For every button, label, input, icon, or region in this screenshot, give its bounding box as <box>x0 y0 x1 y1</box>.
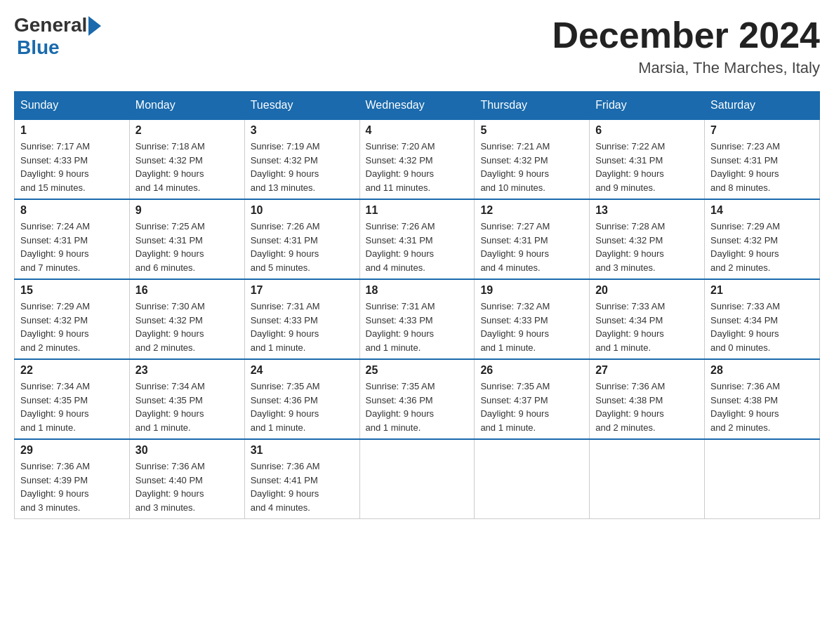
day-info: Sunrise: 7:36 AM Sunset: 4:38 PM Dayligh… <box>595 380 699 434</box>
day-info: Sunrise: 7:31 AM Sunset: 4:33 PM Dayligh… <box>251 300 354 354</box>
day-number: 5 <box>480 124 583 137</box>
day-number: 12 <box>480 204 583 217</box>
day-number: 28 <box>710 364 814 377</box>
week-row-1: 1 Sunrise: 7:17 AM Sunset: 4:33 PM Dayli… <box>15 119 820 199</box>
day-number: 19 <box>480 284 583 297</box>
day-number: 3 <box>251 124 354 137</box>
day-info: Sunrise: 7:26 AM Sunset: 4:31 PM Dayligh… <box>366 220 469 274</box>
day-number: 23 <box>135 364 239 377</box>
calendar-cell <box>590 439 705 519</box>
day-info: Sunrise: 7:28 AM Sunset: 4:32 PM Dayligh… <box>595 220 699 274</box>
calendar-cell: 5 Sunrise: 7:21 AM Sunset: 4:32 PM Dayli… <box>475 119 590 199</box>
calendar-cell: 2 Sunrise: 7:18 AM Sunset: 4:32 PM Dayli… <box>129 119 244 199</box>
day-number: 10 <box>251 204 354 217</box>
calendar-cell: 15 Sunrise: 7:29 AM Sunset: 4:32 PM Dayl… <box>15 279 130 359</box>
day-info: Sunrise: 7:35 AM Sunset: 4:36 PM Dayligh… <box>366 380 469 434</box>
week-row-2: 8 Sunrise: 7:24 AM Sunset: 4:31 PM Dayli… <box>15 199 820 279</box>
calendar-cell: 23 Sunrise: 7:34 AM Sunset: 4:35 PM Dayl… <box>129 359 244 439</box>
day-number: 18 <box>366 284 469 297</box>
day-number: 6 <box>595 124 699 137</box>
day-info: Sunrise: 7:29 AM Sunset: 4:32 PM Dayligh… <box>20 300 124 354</box>
calendar-cell: 18 Sunrise: 7:31 AM Sunset: 4:33 PM Dayl… <box>359 279 475 359</box>
calendar-cell <box>475 439 590 519</box>
day-info: Sunrise: 7:24 AM Sunset: 4:31 PM Dayligh… <box>20 220 124 274</box>
title-block: December 2024 Marsia, The Marches, Italy <box>552 14 820 77</box>
day-number: 11 <box>366 204 469 217</box>
day-number: 8 <box>20 204 124 217</box>
day-info: Sunrise: 7:35 AM Sunset: 4:36 PM Dayligh… <box>251 380 354 434</box>
calendar-cell: 29 Sunrise: 7:36 AM Sunset: 4:39 PM Dayl… <box>15 439 130 519</box>
week-row-5: 29 Sunrise: 7:36 AM Sunset: 4:39 PM Dayl… <box>15 439 820 519</box>
calendar-cell: 20 Sunrise: 7:33 AM Sunset: 4:34 PM Dayl… <box>590 279 705 359</box>
day-number: 14 <box>710 204 814 217</box>
calendar-cell: 19 Sunrise: 7:32 AM Sunset: 4:33 PM Dayl… <box>475 279 590 359</box>
month-title: December 2024 <box>552 14 820 56</box>
header-friday: Friday <box>590 92 705 120</box>
header-saturday: Saturday <box>705 92 820 120</box>
day-number: 24 <box>251 364 354 377</box>
calendar-cell: 11 Sunrise: 7:26 AM Sunset: 4:31 PM Dayl… <box>359 199 475 279</box>
calendar-cell: 10 Sunrise: 7:26 AM Sunset: 4:31 PM Dayl… <box>244 199 359 279</box>
day-info: Sunrise: 7:34 AM Sunset: 4:35 PM Dayligh… <box>20 380 124 434</box>
calendar-cell: 3 Sunrise: 7:19 AM Sunset: 4:32 PM Dayli… <box>244 119 359 199</box>
calendar-cell <box>705 439 820 519</box>
calendar-cell: 1 Sunrise: 7:17 AM Sunset: 4:33 PM Dayli… <box>15 119 130 199</box>
day-info: Sunrise: 7:26 AM Sunset: 4:31 PM Dayligh… <box>251 220 354 274</box>
calendar-table: Sunday Monday Tuesday Wednesday Thursday… <box>14 91 820 519</box>
day-info: Sunrise: 7:21 AM Sunset: 4:32 PM Dayligh… <box>480 140 583 194</box>
calendar-cell: 28 Sunrise: 7:36 AM Sunset: 4:38 PM Dayl… <box>705 359 820 439</box>
location-title: Marsia, The Marches, Italy <box>552 59 820 77</box>
calendar-cell: 12 Sunrise: 7:27 AM Sunset: 4:31 PM Dayl… <box>475 199 590 279</box>
day-number: 13 <box>595 204 699 217</box>
calendar-cell: 4 Sunrise: 7:20 AM Sunset: 4:32 PM Dayli… <box>359 119 475 199</box>
day-info: Sunrise: 7:23 AM Sunset: 4:31 PM Dayligh… <box>710 140 814 194</box>
day-number: 31 <box>251 444 354 457</box>
day-info: Sunrise: 7:25 AM Sunset: 4:31 PM Dayligh… <box>135 220 239 274</box>
header-sunday: Sunday <box>15 92 130 120</box>
day-info: Sunrise: 7:19 AM Sunset: 4:32 PM Dayligh… <box>251 140 354 194</box>
header-monday: Monday <box>129 92 244 120</box>
calendar-header-row: Sunday Monday Tuesday Wednesday Thursday… <box>15 92 820 120</box>
header-wednesday: Wednesday <box>359 92 475 120</box>
day-number: 7 <box>710 124 814 137</box>
calendar-cell: 7 Sunrise: 7:23 AM Sunset: 4:31 PM Dayli… <box>705 119 820 199</box>
calendar-cell: 6 Sunrise: 7:22 AM Sunset: 4:31 PM Dayli… <box>590 119 705 199</box>
day-number: 21 <box>710 284 814 297</box>
day-number: 26 <box>480 364 583 377</box>
day-number: 16 <box>135 284 239 297</box>
week-row-4: 22 Sunrise: 7:34 AM Sunset: 4:35 PM Dayl… <box>15 359 820 439</box>
day-number: 2 <box>135 124 239 137</box>
day-info: Sunrise: 7:29 AM Sunset: 4:32 PM Dayligh… <box>710 220 814 274</box>
logo-blue-text: Blue <box>17 36 101 59</box>
day-info: Sunrise: 7:35 AM Sunset: 4:37 PM Dayligh… <box>480 380 583 434</box>
day-number: 15 <box>20 284 124 297</box>
calendar-cell: 26 Sunrise: 7:35 AM Sunset: 4:37 PM Dayl… <box>475 359 590 439</box>
calendar-cell: 13 Sunrise: 7:28 AM Sunset: 4:32 PM Dayl… <box>590 199 705 279</box>
calendar-cell: 30 Sunrise: 7:36 AM Sunset: 4:40 PM Dayl… <box>129 439 244 519</box>
day-number: 1 <box>20 124 124 137</box>
calendar-cell: 17 Sunrise: 7:31 AM Sunset: 4:33 PM Dayl… <box>244 279 359 359</box>
calendar-cell <box>359 439 475 519</box>
header-thursday: Thursday <box>475 92 590 120</box>
day-info: Sunrise: 7:36 AM Sunset: 4:41 PM Dayligh… <box>251 459 354 514</box>
logo: General Blue <box>14 14 101 59</box>
calendar-cell: 8 Sunrise: 7:24 AM Sunset: 4:31 PM Dayli… <box>15 199 130 279</box>
page-header: General Blue December 2024 Marsia, The M… <box>14 14 820 77</box>
calendar-cell: 14 Sunrise: 7:29 AM Sunset: 4:32 PM Dayl… <box>705 199 820 279</box>
calendar-cell: 27 Sunrise: 7:36 AM Sunset: 4:38 PM Dayl… <box>590 359 705 439</box>
day-info: Sunrise: 7:36 AM Sunset: 4:40 PM Dayligh… <box>135 459 239 514</box>
day-number: 17 <box>251 284 354 297</box>
day-info: Sunrise: 7:27 AM Sunset: 4:31 PM Dayligh… <box>480 220 583 274</box>
day-info: Sunrise: 7:31 AM Sunset: 4:33 PM Dayligh… <box>366 300 469 354</box>
week-row-3: 15 Sunrise: 7:29 AM Sunset: 4:32 PM Dayl… <box>15 279 820 359</box>
logo-general-text: General <box>14 14 87 36</box>
day-number: 22 <box>20 364 124 377</box>
day-info: Sunrise: 7:32 AM Sunset: 4:33 PM Dayligh… <box>480 300 583 354</box>
logo-arrow-icon <box>88 16 101 36</box>
header-tuesday: Tuesday <box>244 92 359 120</box>
day-info: Sunrise: 7:33 AM Sunset: 4:34 PM Dayligh… <box>710 300 814 354</box>
day-info: Sunrise: 7:20 AM Sunset: 4:32 PM Dayligh… <box>366 140 469 194</box>
calendar-cell: 31 Sunrise: 7:36 AM Sunset: 4:41 PM Dayl… <box>244 439 359 519</box>
day-number: 27 <box>595 364 699 377</box>
day-info: Sunrise: 7:18 AM Sunset: 4:32 PM Dayligh… <box>135 140 239 194</box>
